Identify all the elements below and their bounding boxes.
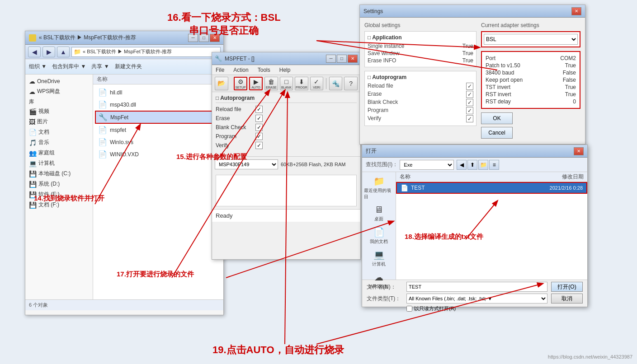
- reload-label: Reload file: [216, 106, 252, 112]
- mspfet-window: 🔧 MSPFET - [] ─ □ ✕ File Action Tools He…: [212, 52, 361, 260]
- address-bar[interactable]: 📁 « BSL下载软件 ▶ MspFet下载软件-推荐: [71, 47, 221, 57]
- new-folder-btn[interactable]: 新建文件夹: [115, 63, 142, 70]
- autoprogram-erase: Erase ✓: [216, 114, 357, 123]
- file-test[interactable]: 📄 TEST 2021/2/16 0:28: [396, 182, 587, 194]
- readonly-checkbox[interactable]: [406, 306, 412, 312]
- filename-input[interactable]: [406, 282, 547, 292]
- close-btn[interactable]: ✕: [210, 34, 220, 42]
- minimize-btn[interactable]: ─: [188, 34, 198, 42]
- file-item-hil[interactable]: 📄 hil.dll: [95, 86, 222, 98]
- erase-checkbox[interactable]: ✓: [255, 115, 263, 122]
- auto-tool-btn[interactable]: ▶ AUTO: [249, 77, 263, 90]
- file-item-winio-sys[interactable]: 📄 WinIo.sys: [95, 136, 222, 148]
- tst-val: True: [565, 84, 576, 90]
- reload-checkbox[interactable]: ✓: [255, 106, 263, 113]
- s-erase-cb[interactable]: ✓: [466, 91, 473, 98]
- s-verify-cb[interactable]: ✓: [466, 115, 473, 122]
- mspfet-minimize-btn[interactable]: ─: [326, 55, 336, 63]
- sidebar-item-video[interactable]: 🎬 视频: [25, 106, 93, 117]
- nav-mydocs[interactable]: 📄 我的文档: [362, 225, 396, 247]
- sidebar-item-computer[interactable]: 💻 计算机: [25, 158, 93, 168]
- disk-d-label: 系统 (D:): [38, 180, 60, 188]
- setup-tool-btn[interactable]: ⚙ SETUP: [234, 77, 247, 90]
- s-reload-row: Reload file ✓: [368, 82, 473, 90]
- sidebar-item-homegroup[interactable]: 👥 家庭组: [25, 148, 93, 158]
- nav-recent[interactable]: 📁 最近使用的项目: [362, 174, 396, 202]
- sidebar-item-music[interactable]: 🎵 音乐: [25, 137, 93, 148]
- sidebar-item-e[interactable]: 💾 软件 (E:): [25, 189, 93, 200]
- baud-val: False: [563, 70, 576, 76]
- include-library-btn[interactable]: 包含到库中 ▼: [52, 63, 86, 70]
- explorer-statusbar: 6 个对象: [25, 299, 223, 310]
- mspfet-close-btn[interactable]: ✕: [348, 55, 358, 63]
- folder-icon: [29, 34, 36, 42]
- sidebar-item-onedrive[interactable]: ☁ OneDrive: [25, 76, 93, 86]
- cancel-btn[interactable]: 取消: [551, 294, 583, 303]
- ok-button[interactable]: OK: [481, 112, 513, 124]
- options-tool-btn[interactable]: 🔩: [329, 77, 343, 90]
- blank-tool-btn[interactable]: □ BLANK: [280, 77, 293, 90]
- sidebar-item-docs[interactable]: 📄 文档: [25, 127, 93, 137]
- forward-btn[interactable]: ▶: [42, 47, 55, 57]
- program-tool-btn[interactable]: ⬇ PROGR: [295, 77, 308, 90]
- mspfet-maximize-btn[interactable]: □: [337, 55, 347, 63]
- maximize-btn[interactable]: □: [199, 34, 209, 42]
- dialog-newfolder-btn[interactable]: 📁: [478, 160, 488, 170]
- dialog-back-btn[interactable]: ◀: [457, 160, 467, 170]
- verify-icon: ✓: [314, 78, 319, 85]
- explorer-body: ☁ OneDrive ☁ WPS网盘 库 🎬 视频 🖼 图片 📄 文档 🎵: [25, 75, 223, 299]
- menu-action[interactable]: Action: [231, 66, 250, 74]
- blank-checkbox[interactable]: ✓: [255, 124, 263, 131]
- verify-tool-btn[interactable]: ✓ VERI: [310, 77, 324, 90]
- program-checkbox[interactable]: ✓: [255, 133, 263, 140]
- location-combo[interactable]: Exe: [400, 160, 454, 170]
- device-select[interactable]: MSP430F149: [215, 159, 278, 169]
- dialog-up-btn[interactable]: ⬆: [467, 160, 477, 170]
- patch-val: True: [565, 62, 576, 69]
- organize-btn[interactable]: 组织 ▼: [29, 63, 47, 70]
- erase-tool-btn[interactable]: 🗑 ERASE: [264, 77, 278, 90]
- sidebar-item-images[interactable]: 🖼 图片: [25, 117, 93, 127]
- mspfet-icon: 🔧: [99, 113, 108, 121]
- s-program-cb[interactable]: ✓: [466, 107, 473, 114]
- nav-mycomputer[interactable]: 💻 计算机: [362, 247, 396, 269]
- s-reload-cb[interactable]: ✓: [466, 83, 473, 90]
- filetype-select[interactable]: All Known Files (.bin; .dat; .tsk; .txt;…: [406, 294, 547, 303]
- dialog-close-btn[interactable]: ✕: [574, 147, 584, 155]
- s-blank-cb[interactable]: ✓: [466, 99, 473, 106]
- file-item-winio-vxd[interactable]: 📄 WINIO.VXD: [95, 148, 222, 160]
- share-btn[interactable]: 共享 ▼: [91, 63, 109, 70]
- cancel-button[interactable]: Cancel: [481, 127, 513, 139]
- readonly-label: 以只读方式打开(R): [414, 305, 456, 312]
- settings-close-btn[interactable]: ✕: [571, 7, 581, 15]
- dialog-view-btn[interactable]: ≡: [489, 160, 499, 170]
- keepport-row: Keep port open False: [485, 76, 577, 84]
- global-settings-label: Global settings: [364, 22, 477, 28]
- up-btn[interactable]: ▲: [57, 47, 70, 57]
- homegroup-label: 家庭组: [38, 149, 55, 157]
- sidebar-item-d[interactable]: 💾 系统 (D:): [25, 179, 93, 189]
- tst-row: TST invert True: [485, 84, 577, 91]
- hil-icon: 📄: [98, 88, 107, 97]
- file-item-mspfet[interactable]: 🔧 MspFet: [95, 111, 222, 124]
- sidebar-item-c[interactable]: 💾 本地磁盘 (C:): [25, 168, 93, 179]
- adapter-select[interactable]: BSL: [484, 34, 578, 45]
- baud-key: 38400 baud: [486, 70, 514, 76]
- file-item-msp430[interactable]: 📄 msp430.dll: [95, 98, 222, 111]
- name-col-header: 名称: [97, 75, 108, 83]
- file-item-mspfet2[interactable]: 📄 mspfet: [95, 124, 222, 136]
- nav-desktop[interactable]: 🖥 桌面: [362, 203, 396, 224]
- mspfet-status-bar: Ready: [212, 209, 360, 222]
- back-btn[interactable]: ◀: [28, 47, 41, 57]
- sidebar-item-wps[interactable]: ☁ WPS网盘: [25, 86, 93, 97]
- menu-help[interactable]: Help: [278, 66, 293, 74]
- menu-tools[interactable]: Tools: [256, 66, 272, 74]
- application-title: □ Application: [368, 34, 473, 41]
- sidebar-item-f[interactable]: 💾 文档 (F:): [25, 200, 93, 210]
- verify-checkbox[interactable]: ✓: [255, 142, 263, 149]
- baud-row: 38400 baud False: [485, 69, 577, 76]
- menu-file[interactable]: File: [214, 66, 226, 74]
- help-tool-btn[interactable]: ?: [344, 77, 358, 90]
- open-tool-btn[interactable]: 📂: [215, 77, 228, 90]
- open-button[interactable]: 打开(O): [551, 282, 583, 292]
